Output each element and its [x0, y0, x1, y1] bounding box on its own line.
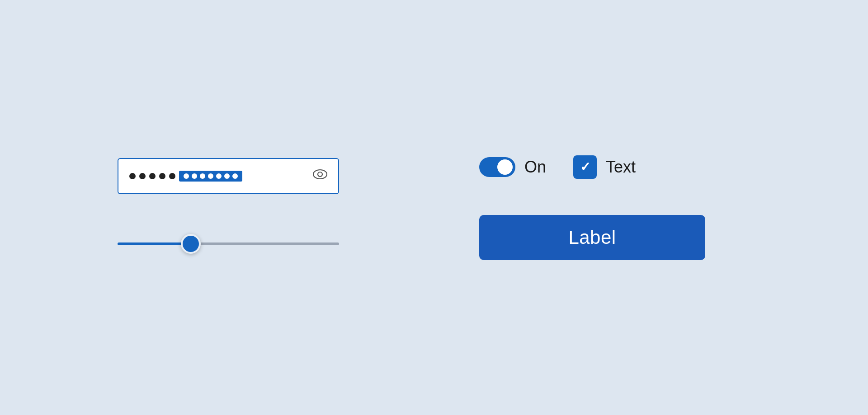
slider-track[interactable] [118, 242, 339, 245]
toggle-label: On [524, 159, 546, 175]
slider-container [118, 230, 339, 257]
password-dots-container [129, 171, 242, 182]
dot-plain-1 [129, 173, 136, 179]
right-column: On ✓ Text Label [479, 155, 750, 260]
checkbox-box[interactable]: ✓ [573, 155, 597, 179]
toggle-knob [497, 159, 513, 175]
dot-selected-4 [208, 173, 213, 179]
dot-selected-7 [232, 173, 238, 179]
svg-point-0 [313, 170, 327, 179]
dot-selected-3 [200, 173, 205, 179]
checkbox-group: ✓ Text [573, 155, 636, 179]
dot-plain-5 [169, 173, 175, 179]
dot-plain-3 [149, 173, 156, 179]
label-button[interactable]: Label [479, 215, 705, 260]
dot-plain-4 [159, 173, 165, 179]
dot-selected-5 [216, 173, 222, 179]
dot-selected-6 [224, 173, 230, 179]
dots-selected-block [179, 171, 242, 182]
show-password-icon[interactable] [313, 169, 327, 183]
password-input[interactable] [118, 158, 339, 194]
dot-plain-2 [139, 173, 146, 179]
checkbox-label: Text [606, 159, 636, 175]
main-container: On ✓ Text Label [118, 155, 750, 260]
dot-selected-2 [192, 173, 197, 179]
top-controls: On ✓ Text [479, 155, 750, 179]
svg-point-1 [318, 172, 322, 177]
checkmark-icon: ✓ [580, 161, 590, 173]
dot-selected-1 [184, 173, 189, 179]
toggle-group: On [479, 157, 546, 177]
toggle-switch[interactable] [479, 157, 515, 177]
slider-thumb[interactable] [181, 234, 201, 254]
left-column [118, 158, 389, 257]
